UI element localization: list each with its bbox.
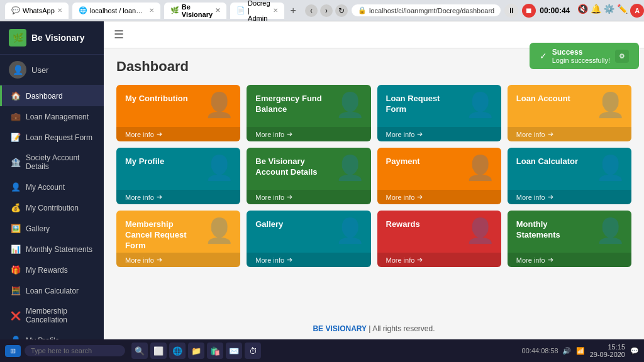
card-footer-emergency-fund[interactable]: More info ➔ <box>247 127 370 141</box>
taskbar-icons: 🔍 ⬜ 🌐 📁 🛍️ ✉️ ⏱ <box>131 343 261 359</box>
forward-button[interactable]: › <box>320 4 333 17</box>
taskbar-notification-icon[interactable]: 💬 <box>630 347 639 355</box>
taskbar-icon-cortana[interactable]: 🔍 <box>131 343 148 359</box>
sidebar: 🌿 Be Visionary 👤 User 🏠 Dashboard 💼 Loan… <box>0 21 104 339</box>
card-payment[interactable]: Payment 👤 More info ➔ <box>377 148 501 204</box>
sidebar-item-dashboard[interactable]: 🏠 Dashboard <box>0 85 104 106</box>
card-monthly-statements[interactable]: Monthly Statements 👤 More info ➔ <box>508 211 631 267</box>
my-account-icon: 👤 <box>11 182 21 192</box>
card-footer-membership-cancel[interactable]: More info ➔ <box>116 253 240 267</box>
tab-bevisionary[interactable]: 🌿 Be Visionary ✕ <box>164 3 226 19</box>
taskbar-icon-chrome[interactable]: 🌐 <box>169 343 186 359</box>
stop-button[interactable]: ⏹ <box>522 4 536 18</box>
card-footer-loan-calculator[interactable]: More info ➔ <box>508 190 631 204</box>
card-icon-bevisionary-account: 👤 <box>335 154 365 182</box>
more-info-arrow: ➔ <box>548 130 553 138</box>
success-toast: ✓ Success Login successfully! ⚙ <box>530 43 639 69</box>
card-icon-membership-cancel: 👤 <box>204 217 234 244</box>
sidebar-item-my-rewards[interactable]: 🎁 My Rewards <box>0 260 104 280</box>
user-label: User <box>31 65 48 75</box>
card-icon-my-profile: 👤 <box>204 154 234 182</box>
taskbar-icon-mail[interactable]: ✉️ <box>226 343 242 359</box>
sidebar-item-membership-cancellation[interactable]: ❌ Membership Cancellation <box>0 301 104 330</box>
my-rewards-icon: 🎁 <box>11 265 21 275</box>
brand-icon: 🌿 <box>9 29 26 47</box>
membership-cancellation-icon: ❌ <box>11 311 21 321</box>
card-loan-request-form[interactable]: Loan Request Form 👤 More info ➔ <box>377 85 501 141</box>
dashboard-icon: 🏠 <box>11 91 21 101</box>
card-loan-calculator[interactable]: Loan Calculator 👤 More info ➔ <box>508 148 631 204</box>
card-icon-loan-request-form: 👤 <box>465 91 495 119</box>
sidebar-item-my-profile[interactable]: 👤 My Profile <box>0 330 104 339</box>
hamburger-menu[interactable]: ☰ <box>114 28 124 41</box>
dashboard-grid: My Contribution 👤 More info ➔ Emergency … <box>116 85 631 267</box>
sidebar-item-my-contribution[interactable]: 💰 My Contribution <box>0 197 104 218</box>
footer: BE VISIONARY | All rights reserved. <box>104 318 644 339</box>
more-info-arrow: ➔ <box>548 256 553 264</box>
taskbar-timer: 00:44:08:58 <box>522 347 558 354</box>
card-my-contribution[interactable]: My Contribution 👤 More info ➔ <box>116 85 240 141</box>
card-footer-my-contribution[interactable]: More info ➔ <box>116 127 240 141</box>
card-footer-payment[interactable]: More info ➔ <box>377 190 501 204</box>
tab-close-docreg[interactable]: ✕ <box>273 7 278 14</box>
taskbar-icon-timer[interactable]: ⏱ <box>245 343 261 359</box>
time-display: 15:15 29-09-2020 <box>590 343 625 358</box>
card-bevisionary-account[interactable]: Be Visionary Account Details 👤 More info… <box>247 148 370 204</box>
card-icon-emergency-fund: 👤 <box>335 91 365 119</box>
brand-name: Be Visionary <box>31 33 85 43</box>
card-footer-my-profile[interactable]: More info ➔ <box>116 190 240 204</box>
card-rewards[interactable]: Rewards 👤 More info ➔ <box>377 211 501 267</box>
sidebar-item-loan-management[interactable]: 💼 Loan Management <box>0 106 104 127</box>
card-my-profile[interactable]: My Profile 👤 More info ➔ <box>116 148 240 204</box>
more-info-arrow: ➔ <box>417 256 423 264</box>
tab-close-bevisionary[interactable]: ✕ <box>215 7 220 14</box>
sidebar-item-gallery[interactable]: 🖼️ Gallery <box>0 218 104 239</box>
card-gallery[interactable]: Gallery 👤 More info ➔ <box>247 211 370 267</box>
loan-request-icon: 📝 <box>11 133 21 142</box>
sidebar-brand: 🌿 Be Visionary <box>0 21 104 55</box>
sidebar-user: 👤 User <box>0 55 104 85</box>
monthly-statements-icon: 📊 <box>11 244 21 254</box>
address-bar[interactable]: 🔒 localhost/ci/loanmgmt/Docreg/dashboard <box>352 4 501 16</box>
card-footer-bevisionary-account[interactable]: More info ➔ <box>247 190 370 204</box>
card-footer-rewards[interactable]: More info ➔ <box>377 253 501 267</box>
start-button[interactable]: ⊞ <box>5 345 21 357</box>
card-membership-cancel[interactable]: Membership Cancel Request Form 👤 More in… <box>116 211 240 267</box>
taskbar-volume-icon[interactable]: 🔊 <box>562 347 571 355</box>
sidebar-item-my-account[interactable]: 👤 My Account <box>0 177 104 197</box>
society-account-icon: 🏦 <box>11 158 21 167</box>
tab-loanmgmt[interactable]: 🌐 localhost / loanmgm... ✕ <box>72 3 160 19</box>
sidebar-item-loan-calculator[interactable]: 🧮 Loan Calculator <box>0 280 104 301</box>
pause-button[interactable]: ⏸ <box>504 4 518 18</box>
tab-close-loanmgmt[interactable]: ✕ <box>149 7 154 14</box>
card-footer-monthly-statements[interactable]: More info ➔ <box>508 253 631 267</box>
more-info-arrow: ➔ <box>287 130 292 138</box>
card-icon-rewards: 👤 <box>465 217 495 244</box>
card-loan-account[interactable]: Loan Account 👤 More info ➔ <box>508 85 631 141</box>
search-input[interactable] <box>25 345 125 356</box>
taskbar-icon-task-view[interactable]: ⬜ <box>150 343 167 359</box>
tab-docreg[interactable]: 📄 Docreg | Admin ✕ <box>230 3 284 19</box>
refresh-button[interactable]: ↻ <box>335 4 348 17</box>
tab-close-whatsapp[interactable]: ✕ <box>57 7 62 14</box>
page-title: Dashboard <box>116 58 189 75</box>
back-button[interactable]: ‹ <box>305 4 318 17</box>
sidebar-item-society-account[interactable]: 🏦 Society Account Details <box>0 148 104 177</box>
recording-bar: ⏸ ⏹ 00:00:44 <box>504 4 570 18</box>
more-info-arrow: ➔ <box>287 193 292 201</box>
card-footer-loan-account[interactable]: More info ➔ <box>508 127 631 141</box>
taskbar-network-icon[interactable]: 📶 <box>576 347 585 355</box>
card-footer-gallery[interactable]: More info ➔ <box>247 253 370 267</box>
taskbar-icon-folder[interactable]: 📁 <box>188 343 204 359</box>
more-info-arrow: ➔ <box>157 130 162 138</box>
sidebar-item-monthly-statements[interactable]: 📊 Monthly Statements <box>0 239 104 260</box>
taskbar-icon-store[interactable]: 🛍️ <box>207 343 223 359</box>
sidebar-item-loan-request-form[interactable]: 📝 Loan Request Form <box>0 127 104 148</box>
card-footer-loan-request-form[interactable]: More info ➔ <box>377 127 501 141</box>
toast-settings-button[interactable]: ⚙ <box>615 50 629 63</box>
card-emergency-fund[interactable]: Emergency Fund Balance 👤 More info ➔ <box>247 85 370 141</box>
avatar: 👤 <box>9 61 26 79</box>
new-tab-button[interactable]: + <box>291 5 296 16</box>
card-icon-gallery: 👤 <box>335 217 365 244</box>
tab-whatsapp[interactable]: 💬 WhatsApp ✕ <box>5 3 69 19</box>
